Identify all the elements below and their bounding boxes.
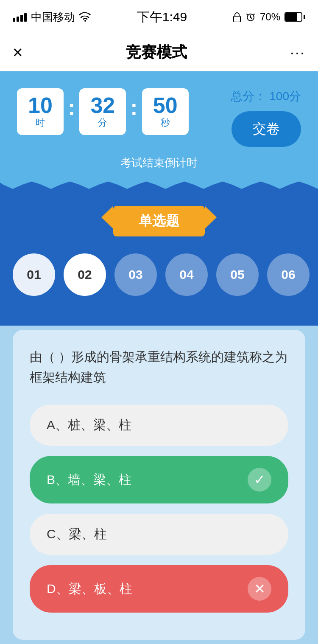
timer-hint: 考试结束倒计时 (17, 155, 301, 180)
total-score-label: 总分： (231, 90, 266, 103)
minutes-box: 32 分 (79, 88, 126, 135)
svg-rect-0 (234, 16, 240, 22)
hours-value: 10 (28, 94, 53, 116)
option-label: A、桩、梁、柱 (47, 416, 131, 434)
battery-percentage: 70% (260, 11, 280, 23)
question-number-04[interactable]: 04 (165, 253, 208, 296)
nav-bar: × 竞赛模式 ··· (0, 34, 318, 71)
section-tag: 单选题 (113, 206, 205, 236)
correct-icon: ✓ (248, 468, 271, 492)
status-bar: 中国移动 下午1:49 70% (0, 0, 318, 34)
question-number-01[interactable]: 01 (13, 253, 55, 296)
battery-icon (285, 12, 305, 22)
options-container: A、桩、梁、柱B、墙、梁、柱✓C、梁、柱D、梁、板、柱✕ (30, 405, 288, 613)
submit-button[interactable]: 交卷 (232, 111, 301, 147)
carrier-label: 中国移动 (31, 10, 75, 25)
signal-icon (13, 12, 27, 22)
question-numbers: 010203040506 (0, 249, 318, 313)
more-button[interactable]: ··· (290, 44, 305, 62)
question-card-wrapper: 由（ ）形成的骨架承重结构系统的建筑称之为框架结构建筑 A、桩、梁、柱B、墙、梁… (0, 326, 318, 644)
wifi-icon (79, 12, 91, 22)
option-label: C、梁、柱 (47, 526, 107, 543)
arrow-down-icon (146, 313, 172, 326)
option-b[interactable]: B、墙、梁、柱✓ (30, 456, 288, 503)
hours-box: 10 时 (17, 88, 64, 135)
hours-unit: 时 (36, 116, 45, 129)
status-left: 中国移动 (13, 10, 91, 25)
wrong-icon: ✕ (248, 577, 271, 601)
colon-1: : (68, 95, 75, 120)
option-d[interactable]: D、梁、板、柱✕ (30, 565, 288, 613)
seconds-box: 50 秒 (142, 88, 189, 135)
option-label: D、梁、板、柱 (47, 580, 132, 598)
question-text: 由（ ）形成的骨架承重结构系统的建筑称之为框架结构建筑 (30, 347, 288, 388)
minutes-value: 32 (90, 94, 115, 116)
total-score: 总分： 100分 (231, 88, 301, 104)
question-card: 由（ ）形成的骨架承重结构系统的建筑称之为框架结构建筑 A、桩、梁、柱B、墙、梁… (13, 330, 305, 640)
status-right: 70% (233, 11, 305, 23)
option-label: B、墙、梁、柱 (47, 471, 131, 489)
section-tag-container: 单选题 (0, 202, 318, 249)
question-number-02[interactable]: 02 (64, 253, 106, 296)
page-title: 竞赛模式 (126, 42, 187, 63)
colon-2: : (130, 95, 137, 120)
alarm-icon (245, 12, 256, 22)
total-score-value: 100分 (269, 90, 301, 103)
question-number-05[interactable]: 05 (216, 253, 259, 296)
question-number-03[interactable]: 03 (114, 253, 157, 296)
option-a[interactable]: A、桩、梁、柱 (30, 405, 288, 446)
seconds-unit: 秒 (161, 116, 170, 129)
option-c[interactable]: C、梁、柱 (30, 514, 288, 555)
timer-section: 10 时 : 32 分 : 50 秒 总分： 100分 交卷 考试结束倒计时 (0, 71, 318, 180)
close-button[interactable]: × (13, 43, 22, 62)
minutes-unit: 分 (98, 116, 107, 129)
wave-divider (0, 180, 318, 202)
question-number-06[interactable]: 06 (267, 253, 310, 296)
score-submit: 总分： 100分 交卷 (231, 88, 301, 147)
timer-display: 10 时 : 32 分 : 50 秒 (17, 88, 189, 135)
arrow-indicator (0, 313, 318, 326)
status-time: 下午1:49 (137, 8, 187, 26)
seconds-value: 50 (153, 94, 178, 116)
lock-icon (233, 12, 241, 22)
